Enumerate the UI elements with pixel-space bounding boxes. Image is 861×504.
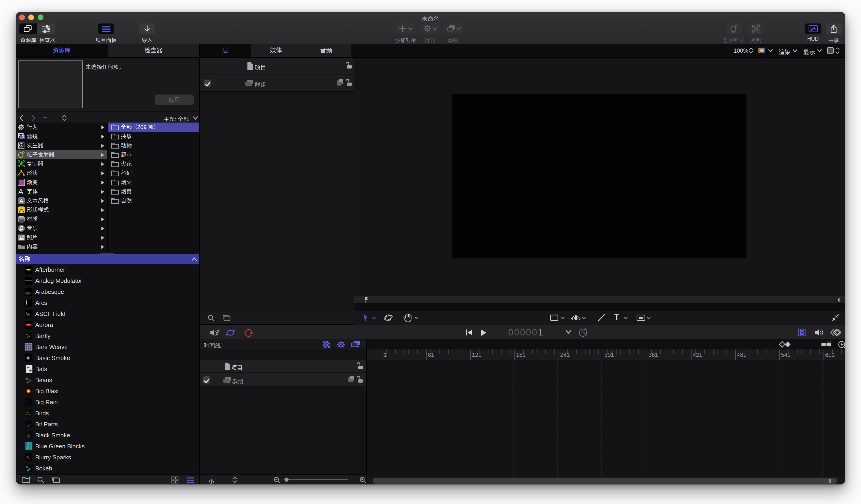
svg-text:2: 2 <box>20 144 22 147</box>
svg-text:A: A <box>19 198 23 204</box>
